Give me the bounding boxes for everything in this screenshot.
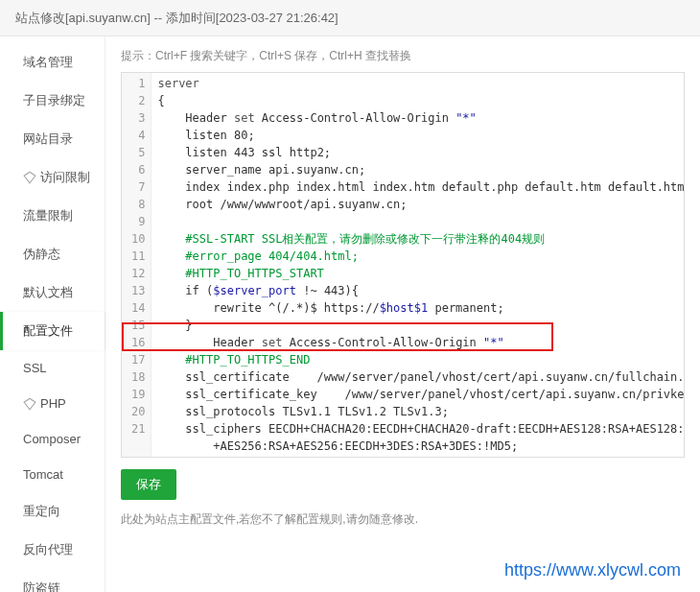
sidebar-item-label: 流量限制 [23,207,73,225]
code-editor[interactable]: 123456789101112131415161718192021 server… [121,72,685,458]
sidebar-item-3[interactable]: 访问限制 [0,158,105,197]
sidebar-item-2[interactable]: 网站目录 [0,120,105,158]
code-body[interactable]: server{ Header set Access-Control-Allow-… [152,73,684,457]
sidebar-item-5[interactable]: 伪静态 [0,235,105,273]
sidebar-item-label: Composer [23,432,81,446]
sidebar-item-1[interactable]: 子目录绑定 [0,82,105,120]
code-line-11[interactable]: #error_page 404/404.html; [157,248,684,265]
sidebar-item-label: 域名管理 [23,54,73,71]
sidebar-item-10[interactable]: Composer [0,421,105,457]
sidebar-item-8[interactable]: SSL [0,350,105,386]
sidebar-item-label: 默认文档 [23,284,73,301]
code-line-6[interactable]: server_name api.suyanw.cn; [157,161,684,178]
code-line-20[interactable]: ssl_protocols TLSv1.1 TLSv1.2 TLSv1.3; [157,403,684,420]
sidebar-item-7[interactable]: 配置文件 [0,312,105,350]
sidebar-item-label: 防盗链 [23,580,60,592]
sidebar-item-12[interactable]: 重定向 [0,492,105,531]
sidebar-item-label: 伪静态 [23,246,60,263]
code-line-12[interactable]: #HTTP_TO_HTTPS_START [157,265,684,282]
hint-text: 提示：Ctrl+F 搜索关键字，Ctrl+S 保存，Ctrl+H 查找替换 [121,48,685,64]
code-line-16[interactable]: Header set Access-Control-Allow-Origin "… [157,334,684,351]
sidebar-item-label: 配置文件 [23,322,73,340]
diamond-icon [23,171,36,184]
sidebar-item-label: Tomcat [23,467,63,482]
line-gutter: 123456789101112131415161718192021 [122,73,152,457]
sidebar-item-label: 重定向 [23,503,60,520]
code-line-21[interactable]: ssl_ciphers EECDH+CHACHA20:EECDH+CHACHA2… [157,420,684,438]
footer-note: 此处为站点主配置文件,若您不了解配置规则,请勿随意修改. [121,511,685,528]
sidebar-item-6[interactable]: 默认文档 [0,273,105,312]
code-line-9[interactable] [157,213,684,230]
code-line-17[interactable]: #HTTP_TO_HTTPS_END [157,351,684,368]
sidebar-item-label: 访问限制 [40,169,90,186]
code-line-4[interactable]: listen 80; [157,127,684,144]
sidebar-item-label: 网站目录 [23,130,73,148]
code-line-5[interactable]: listen 443 ssl http2; [157,144,684,161]
sidebar: 域名管理子目录绑定网站目录访问限制流量限制伪静态默认文档配置文件SSLPHPCo… [0,0,105,592]
code-line-1[interactable]: server [157,75,684,92]
code-line-8[interactable]: root /www/wwwroot/api.suyanw.cn; [157,196,684,213]
sidebar-item-11[interactable]: Tomcat [0,457,105,492]
sidebar-item-label: PHP [40,396,66,411]
code-line-10[interactable]: #SSL-START SSL相关配置，请勿删除或修改下一行带注释的404规则 [157,230,684,248]
code-line-19[interactable]: ssl_certificate_key /www/server/panel/vh… [157,386,684,403]
save-button[interactable]: 保存 [121,469,176,500]
sidebar-item-9[interactable]: PHP [0,386,105,421]
code-line-22[interactable]: +AES256:RSA+AES256:EECDH+3DES:RSA+3DES:!… [157,438,684,455]
sidebar-item-label: SSL [23,361,47,375]
watermark-link[interactable]: https://www.xlycwl.com [504,560,681,580]
sidebar-item-label: 子目录绑定 [23,92,85,109]
code-line-7[interactable]: index index.php index.html index.htm def… [157,178,684,196]
code-line-18[interactable]: ssl_certificate /www/server/panel/vhost/… [157,368,684,386]
sidebar-item-13[interactable]: 反向代理 [0,531,105,569]
code-line-2[interactable]: { [157,92,684,109]
code-line-14[interactable]: rewrite ^(/.*)$ https://$host$1 permanen… [157,299,684,317]
code-line-15[interactable]: } [157,317,684,334]
sidebar-item-4[interactable]: 流量限制 [0,197,105,235]
code-line-3[interactable]: Header set Access-Control-Allow-Origin "… [157,109,684,127]
sidebar-item-0[interactable]: 域名管理 [0,43,105,82]
code-line-13[interactable]: if ($server_port !~ 443){ [157,282,684,299]
diamond-icon [23,397,36,411]
sidebar-item-label: 反向代理 [23,541,73,558]
content-panel: 提示：Ctrl+F 搜索关键字，Ctrl+S 保存，Ctrl+H 查找替换 12… [105,0,700,592]
sidebar-item-14[interactable]: 防盗链 [0,569,105,592]
